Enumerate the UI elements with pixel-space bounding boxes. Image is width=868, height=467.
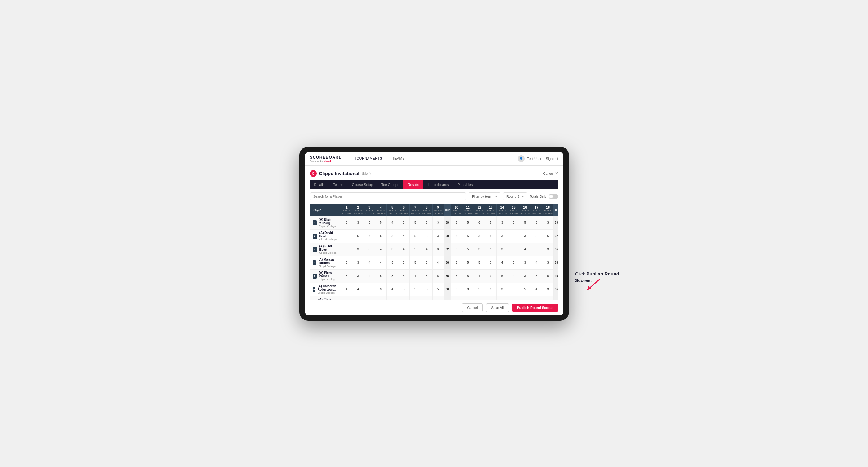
hole-score-5[interactable]: 5 — [387, 256, 398, 269]
hole-score-4[interactable]: 4 — [375, 256, 387, 269]
hole-score-back-14[interactable]: 3 — [496, 243, 508, 256]
hole-score-back-18[interactable]: 3 — [542, 283, 554, 296]
hole-score-back-12[interactable]: 5 — [473, 283, 485, 296]
tab-details[interactable]: Details — [310, 180, 329, 189]
hole-score-6[interactable]: 4 — [398, 296, 409, 300]
hole-score-7[interactable]: 5 — [409, 256, 421, 269]
hole-score-back-16[interactable]: 5 — [519, 283, 531, 296]
hole-score-2[interactable]: 5 — [352, 229, 364, 243]
hole-score-2[interactable]: 4 — [352, 296, 364, 300]
hole-score-2[interactable]: 3 — [352, 269, 364, 283]
hole-score-2[interactable]: 4 — [352, 283, 364, 296]
hole-score-back-17[interactable]: 3 — [531, 296, 542, 300]
hole-score-back-12[interactable]: 6 — [473, 216, 485, 229]
hole-score-6[interactable]: 4 — [398, 229, 409, 243]
publish-round-scores-button[interactable]: Publish Round Scores — [512, 304, 558, 312]
hole-score-back-10[interactable]: 3 — [451, 296, 462, 300]
hole-score-back-18[interactable]: 3 — [542, 216, 554, 229]
hole-score-back-12[interactable]: 4 — [473, 269, 485, 283]
hole-score-9[interactable]: 5 — [432, 269, 444, 283]
hole-score-7[interactable]: 5 — [409, 229, 421, 243]
hole-score-back-17[interactable]: 5 — [531, 229, 542, 243]
hole-score-7[interactable]: 4 — [409, 269, 421, 283]
hole-score-5[interactable]: 3 — [387, 229, 398, 243]
hole-score-back-17[interactable]: 4 — [531, 256, 542, 269]
hole-score-8[interactable]: 5 — [421, 296, 432, 300]
hole-score-back-10[interactable]: 3 — [451, 256, 462, 269]
hole-score-6[interactable]: 5 — [398, 269, 409, 283]
hole-score-8[interactable]: 6 — [421, 216, 432, 229]
hole-score-back-13[interactable]: 3 — [485, 256, 496, 269]
hole-score-back-16[interactable]: 4 — [519, 243, 531, 256]
hole-score-back-15[interactable]: 5 — [508, 229, 519, 243]
hole-score-back-15[interactable]: 4 — [508, 269, 519, 283]
hole-score-9[interactable]: 3 — [432, 216, 444, 229]
hole-score-back-13[interactable]: 5 — [485, 243, 496, 256]
hole-score-back-11[interactable]: 5 — [462, 256, 473, 269]
hole-score-7[interactable]: 5 — [409, 243, 421, 256]
tab-teams[interactable]: Teams — [329, 180, 347, 189]
nav-teams[interactable]: TEAMS — [388, 152, 410, 166]
tournament-cancel-btn[interactable]: Cancel ✕ — [543, 171, 558, 176]
hole-score-back-15[interactable]: 3 — [508, 243, 519, 256]
hole-score-back-18[interactable]: 3 — [542, 256, 554, 269]
hole-score-7[interactable]: 5 — [409, 216, 421, 229]
filter-by-team-select[interactable]: Filter by team — [469, 192, 500, 200]
hole-score-back-11[interactable]: 5 — [462, 243, 473, 256]
hole-score-back-17[interactable]: 4 — [531, 283, 542, 296]
hole-score-8[interactable]: 5 — [421, 229, 432, 243]
hole-score-back-16[interactable]: 3 — [519, 269, 531, 283]
hole-score-back-10[interactable]: 3 — [451, 229, 462, 243]
hole-score-5[interactable]: 3 — [387, 269, 398, 283]
hole-score-5[interactable]: 4 — [387, 216, 398, 229]
round-select[interactable]: Round 3 — [503, 192, 527, 200]
hole-score-back-12[interactable]: 3 — [473, 296, 485, 300]
hole-score-5[interactable]: 3 — [387, 296, 398, 300]
hole-score-back-13[interactable]: 3 — [485, 283, 496, 296]
hole-score-1[interactable]: 3 — [341, 229, 352, 243]
hole-score-back-11[interactable]: 3 — [462, 283, 473, 296]
hole-score-back-16[interactable]: 4 — [519, 296, 531, 300]
hole-score-1[interactable]: 3 — [341, 296, 352, 300]
hole-score-back-18[interactable]: 5 — [542, 229, 554, 243]
hole-score-4[interactable]: 5 — [375, 296, 387, 300]
hole-score-7[interactable]: 3 — [409, 296, 421, 300]
hole-score-9[interactable]: 4 — [432, 256, 444, 269]
save-all-button[interactable]: Save All — [486, 303, 509, 312]
hole-score-back-17[interactable]: 6 — [531, 243, 542, 256]
hole-score-3[interactable]: 3 — [364, 243, 375, 256]
hole-score-6[interactable]: 3 — [398, 256, 409, 269]
hole-score-back-10[interactable]: 5 — [451, 269, 462, 283]
hole-score-back-14[interactable]: 5 — [496, 269, 508, 283]
hole-score-2[interactable]: 3 — [352, 216, 364, 229]
hole-score-back-11[interactable]: 5 — [462, 229, 473, 243]
hole-score-4[interactable]: 3 — [375, 283, 387, 296]
hole-score-back-12[interactable]: 3 — [473, 243, 485, 256]
hole-score-back-10[interactable]: 6 — [451, 283, 462, 296]
tab-results[interactable]: Results — [403, 180, 424, 189]
hole-score-back-18[interactable]: 6 — [542, 269, 554, 283]
tab-leaderboards[interactable]: Leaderboards — [423, 180, 453, 189]
hole-score-9[interactable]: 3 — [432, 243, 444, 256]
nav-tournaments[interactable]: TOURNAMENTS — [349, 152, 387, 166]
hole-score-back-12[interactable]: 5 — [473, 256, 485, 269]
hole-score-4[interactable]: 4 — [375, 243, 387, 256]
hole-score-back-14[interactable]: 3 — [496, 283, 508, 296]
hole-score-6[interactable]: 3 — [398, 216, 409, 229]
hole-score-1[interactable]: 5 — [341, 243, 352, 256]
sign-out-link[interactable]: Sign out — [546, 157, 558, 160]
hole-score-back-17[interactable]: 5 — [531, 269, 542, 283]
hole-score-back-17[interactable]: 3 — [531, 216, 542, 229]
hole-score-back-15[interactable]: 3 — [508, 296, 519, 300]
tab-course-setup[interactable]: Course Setup — [348, 180, 377, 189]
hole-score-back-14[interactable]: 4 — [496, 256, 508, 269]
hole-score-5[interactable]: 4 — [387, 283, 398, 296]
hole-score-back-14[interactable]: 3 — [496, 216, 508, 229]
hole-score-3[interactable]: 5 — [364, 216, 375, 229]
hole-score-back-15[interactable]: 3 — [508, 283, 519, 296]
hole-score-back-15[interactable]: 5 — [508, 216, 519, 229]
hole-score-back-10[interactable]: 3 — [451, 216, 462, 229]
hole-score-back-13[interactable]: 4 — [485, 296, 496, 300]
hole-score-3[interactable]: 4 — [364, 296, 375, 300]
hole-score-3[interactable]: 4 — [364, 269, 375, 283]
